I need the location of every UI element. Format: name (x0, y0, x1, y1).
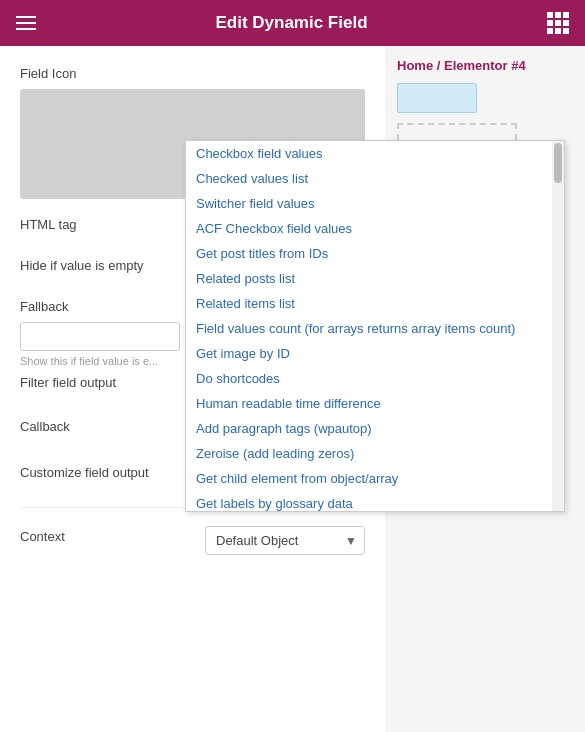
header: Edit Dynamic Field (0, 0, 585, 46)
breadcrumb-home[interactable]: Home (397, 58, 433, 73)
scrollbar-area (552, 141, 564, 511)
filter-output-label: Filter field output (20, 375, 116, 390)
apps-grid-icon[interactable] (547, 12, 569, 34)
field-icon-label: Field Icon (20, 66, 365, 81)
list-item[interactable]: Get post titles from IDs (186, 241, 552, 266)
list-item[interactable]: Related posts list (186, 266, 552, 291)
blue-preview-bar (397, 83, 477, 113)
breadcrumb-separator: / (437, 58, 441, 73)
list-item[interactable]: Switcher field values (186, 191, 552, 216)
list-item[interactable]: ACF Checkbox field values (186, 216, 552, 241)
context-select-wrapper: Default Object ▼ (205, 526, 365, 555)
dropdown-list-container: Checkbox field valuesChecked values list… (185, 140, 565, 512)
hide-if-empty-label: Hide if value is empty (20, 258, 144, 273)
list-item[interactable]: Get labels by glossary data (186, 491, 552, 511)
hamburger-menu-icon[interactable] (16, 16, 36, 30)
scrollbar-thumb (554, 143, 562, 183)
breadcrumb-page: Elementor #4 (444, 58, 526, 73)
context-label: Context (20, 529, 65, 544)
list-item[interactable]: Checked values list (186, 166, 552, 191)
list-item[interactable]: Get image by ID (186, 341, 552, 366)
dropdown-list[interactable]: Checkbox field valuesChecked values list… (186, 141, 552, 511)
breadcrumb: Home / Elementor #4 (397, 58, 573, 73)
list-item[interactable]: Checkbox field values (186, 141, 552, 166)
list-item[interactable]: Zeroise (add leading zeros) (186, 441, 552, 466)
list-item[interactable]: Do shortcodes (186, 366, 552, 391)
customize-label: Customize field output (20, 465, 149, 480)
list-item[interactable]: Field values count (for arrays returns a… (186, 316, 552, 341)
callback-label: Callback (20, 419, 70, 434)
context-select[interactable]: Default Object (205, 526, 365, 555)
list-item[interactable]: Related items list (186, 291, 552, 316)
list-item[interactable]: Add paragraph tags (wpautop) (186, 416, 552, 441)
fallback-input[interactable] (20, 322, 180, 351)
list-item[interactable]: Human readable time difference (186, 391, 552, 416)
html-tag-label: HTML tag (20, 217, 77, 232)
context-row: Context Default Object ▼ (20, 526, 365, 555)
page-title: Edit Dynamic Field (215, 13, 367, 33)
list-item[interactable]: Get child element from object/array (186, 466, 552, 491)
